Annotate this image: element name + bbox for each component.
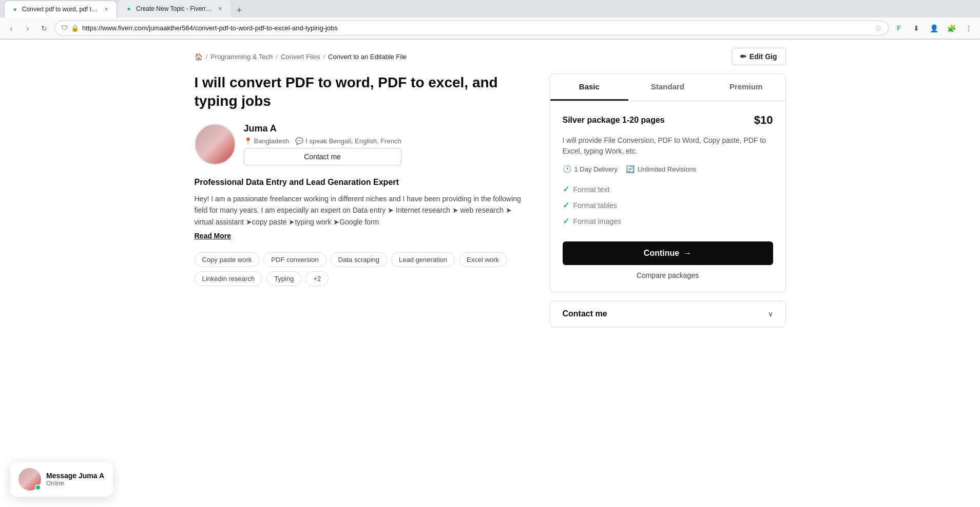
menu-button[interactable]: ⋮ xyxy=(962,21,976,35)
pricing-header: Silver package 1-20 pages $10 xyxy=(563,114,773,127)
tabs-bar: ● Convert pdf to word, pdf to exc × ● Cr… xyxy=(0,0,980,17)
check-icon: ✓ xyxy=(563,200,569,210)
check-icon: ✓ xyxy=(563,216,569,226)
location-icon: 📍 xyxy=(244,137,252,145)
seller-details: Juma A 📍 Bangladesh 💬 I speak Bengali, E… xyxy=(244,123,401,165)
tab-basic[interactable]: Basic xyxy=(550,74,629,101)
tag-more[interactable]: +2 xyxy=(305,271,329,286)
delivery-meta: 🕐 1 Day Delivery xyxy=(563,165,618,173)
package-name: Silver package 1-20 pages xyxy=(563,116,665,125)
feature-item: ✓ Format images xyxy=(563,213,773,229)
bottom-contact-label: Contact me xyxy=(563,309,607,318)
edit-gig-label: Edit Gig xyxy=(750,52,777,61)
fiverr-extension-icon[interactable]: F xyxy=(892,21,906,35)
chat-icon: 💬 xyxy=(295,137,303,145)
browser-action-buttons: F ⬇ 👤 🧩 ⋮ xyxy=(892,21,976,35)
revisions-meta: 🔄 Unlimited Revisions xyxy=(626,165,696,173)
bottom-contact-button[interactable]: Contact me ∨ xyxy=(550,301,786,327)
tag-item[interactable]: Lead generation xyxy=(391,252,455,267)
seller-language-text: I speak Bengali, English, French xyxy=(305,137,401,145)
clock-icon: 🕐 xyxy=(563,165,571,173)
seller-meta: 📍 Bangladesh 💬 I speak Bengali, English,… xyxy=(244,137,401,145)
tab2-favicon: ● xyxy=(125,5,133,13)
star-icon[interactable]: ☆ xyxy=(875,23,882,33)
package-description: I will provide File Conversion, PDF to W… xyxy=(563,135,773,157)
breadcrumb-sep1: / xyxy=(206,53,208,61)
feature-item: ✓ Format tables xyxy=(563,197,773,213)
page-content: 🏠 / Programming & Tech / Convert Files /… xyxy=(182,40,798,335)
tab2-close-button[interactable]: × xyxy=(216,5,224,13)
gig-title: I will convert PDF to word, PDF to excel… xyxy=(195,73,529,111)
breadcrumb-sep3: / xyxy=(323,53,325,61)
url-text[interactable]: https://www.fiverr.com/jumaakther564/con… xyxy=(82,24,872,32)
seller-location: 📍 Bangladesh xyxy=(244,137,290,145)
seller-language: 💬 I speak Bengali, English, French xyxy=(295,137,401,145)
package-meta: 🕐 1 Day Delivery 🔄 Unlimited Revisions xyxy=(563,165,773,173)
tag-item[interactable]: PDF conversion xyxy=(263,252,326,267)
breadcrumb-home[interactable]: 🏠 xyxy=(195,53,203,61)
feature-text: Format images xyxy=(573,217,621,226)
tab-premium[interactable]: Premium xyxy=(707,74,785,101)
tag-item[interactable]: Linkedin research xyxy=(195,271,263,286)
revisions-text: Unlimited Revisions xyxy=(638,165,696,173)
lock-icon: 🔒 xyxy=(71,24,79,32)
refresh-icon: 🔄 xyxy=(626,165,635,173)
extensions-button[interactable]: 🧩 xyxy=(944,21,958,35)
tab1-title: Convert pdf to word, pdf to exc xyxy=(22,6,99,13)
compare-packages-link[interactable]: Compare packages xyxy=(563,271,773,279)
tab-1[interactable]: ● Convert pdf to word, pdf to exc × xyxy=(4,1,117,17)
continue-button[interactable]: Continue → xyxy=(563,241,773,265)
breadcrumb-link1[interactable]: Programming & Tech xyxy=(210,53,273,61)
tab-standard[interactable]: Standard xyxy=(628,74,707,101)
pricing-tabs: Basic Standard Premium xyxy=(550,74,785,101)
seller-name: Juma A xyxy=(244,123,401,134)
main-grid: I will convert PDF to word, PDF to excel… xyxy=(195,73,786,327)
delivery-text: 1 Day Delivery xyxy=(574,165,618,173)
about-text: Hey! I am a passionate freelancer workin… xyxy=(195,193,529,228)
breadcrumb: 🏠 / Programming & Tech / Convert Files /… xyxy=(195,48,786,65)
tab1-close-button[interactable]: × xyxy=(102,5,110,13)
about-title: Professional Data Entry and Lead Genarat… xyxy=(195,178,529,187)
tag-item[interactable]: Excel work xyxy=(459,252,507,267)
tab-2[interactable]: ● Create New Topic - Fiverr Comp × xyxy=(118,0,231,17)
continue-label: Continue xyxy=(644,249,679,258)
about-section: Professional Data Entry and Lead Genarat… xyxy=(195,178,529,240)
breadcrumb-sep2: / xyxy=(276,53,278,61)
right-column: Basic Standard Premium Silver package 1-… xyxy=(550,73,786,327)
download-button[interactable]: ⬇ xyxy=(909,21,924,35)
feature-text: Format tables xyxy=(573,201,618,210)
tag-item[interactable]: Copy paste work xyxy=(195,252,260,267)
tab1-favicon: ● xyxy=(11,5,19,13)
seller-info: Juma A 📍 Bangladesh 💬 I speak Bengali, E… xyxy=(195,123,529,165)
feature-text: Format text xyxy=(573,185,610,194)
chevron-down-icon: ∨ xyxy=(768,310,773,318)
feature-item: ✓ Format text xyxy=(563,181,773,197)
tag-item[interactable]: Data scraping xyxy=(331,252,387,267)
forward-button[interactable]: › xyxy=(21,21,35,35)
package-price: $10 xyxy=(754,114,773,127)
breadcrumb-current: Convert to an Editable File xyxy=(328,53,407,61)
pencil-icon: ✏ xyxy=(740,52,746,61)
features-list: ✓ Format text ✓ Format tables ✓ Format i… xyxy=(563,181,773,229)
shield-icon: 🛡 xyxy=(61,24,68,32)
pricing-body: Silver package 1-20 pages $10 I will pro… xyxy=(550,101,785,292)
profile-button[interactable]: 👤 xyxy=(927,21,941,35)
back-button[interactable]: ‹ xyxy=(4,21,18,35)
left-column: I will convert PDF to word, PDF to excel… xyxy=(195,73,529,286)
tab2-title: Create New Topic - Fiverr Comp xyxy=(136,5,213,12)
breadcrumb-link2[interactable]: Convert Files xyxy=(281,53,320,61)
new-tab-button[interactable]: + xyxy=(232,3,246,17)
tags-section: Copy paste work PDF conversion Data scra… xyxy=(195,252,529,286)
reload-button[interactable]: ↻ xyxy=(37,21,51,35)
browser-toolbar: ‹ › ↻ 🛡 🔒 https://www.fiverr.com/jumaakt… xyxy=(0,17,980,39)
seller-avatar xyxy=(195,124,236,165)
tag-item[interactable]: Typing xyxy=(266,271,301,286)
read-more-link[interactable]: Read More xyxy=(195,232,232,240)
arrow-right-icon: → xyxy=(683,249,691,258)
nav-buttons: ‹ › ↻ xyxy=(4,21,51,35)
pricing-card: Basic Standard Premium Silver package 1-… xyxy=(550,73,786,292)
contact-seller-button[interactable]: Contact me xyxy=(244,148,401,165)
address-bar[interactable]: 🛡 🔒 https://www.fiverr.com/jumaakther564… xyxy=(54,21,889,35)
check-icon: ✓ xyxy=(563,184,569,194)
edit-gig-button[interactable]: ✏ Edit Gig xyxy=(732,48,786,65)
